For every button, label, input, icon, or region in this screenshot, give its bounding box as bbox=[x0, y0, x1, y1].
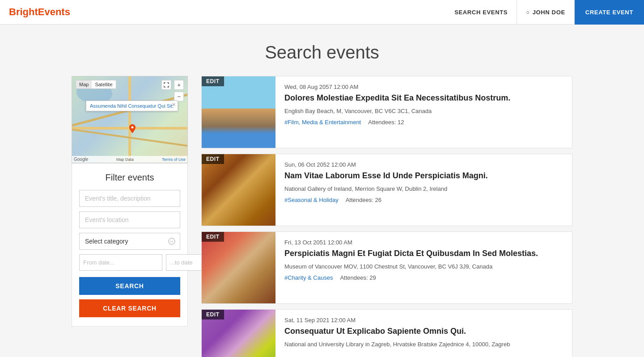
map-zoom-controls: + − bbox=[174, 80, 184, 101]
clear-search-button[interactable]: CLEAR SEARCH bbox=[79, 299, 180, 317]
event-card: EDIT Fri, 13 Oct 2051 12:00 AM Perspicia… bbox=[201, 231, 572, 304]
search-events-link[interactable]: SEARCH EVENTS bbox=[445, 0, 517, 24]
map-zoom-in[interactable]: + bbox=[174, 80, 184, 90]
map-terms-label[interactable]: Terms of Use bbox=[162, 157, 186, 162]
user-profile-link[interactable]: ○ JOHN DOE bbox=[517, 0, 575, 24]
event-image-wrap: EDIT bbox=[202, 154, 275, 226]
edit-badge[interactable]: EDIT bbox=[202, 310, 224, 319]
map-background: Map Satellite + − Assumenda Nihil Conseq… bbox=[72, 76, 187, 163]
map-google-logo: Google bbox=[74, 157, 88, 162]
map-pin[interactable] bbox=[128, 124, 136, 135]
event-info: Wed, 08 Aug 2057 12:00 AM Dolores Molest… bbox=[275, 76, 572, 148]
event-category[interactable]: #Seasonal & Holiday bbox=[284, 197, 339, 203]
filter-title: Filter events bbox=[79, 172, 180, 183]
map-tooltip: Assumenda Nihil Consequatur Qui Sit. ✕ bbox=[86, 101, 178, 111]
map-type-map[interactable]: Map bbox=[76, 80, 92, 88]
event-info: Sun, 06 Oct 2052 12:00 AM Nam Vitae Labo… bbox=[275, 154, 572, 226]
event-location: National Gallery of Ireland, Merrion Squ… bbox=[284, 185, 563, 192]
title-search-input[interactable] bbox=[79, 190, 180, 207]
event-category[interactable]: #Film, Media & Entertainment bbox=[284, 119, 361, 126]
event-attendees: Attendees: 26 bbox=[346, 197, 381, 203]
event-meta: #Film, Media & Entertainment Attendees: … bbox=[284, 119, 563, 126]
edit-badge[interactable]: EDIT bbox=[202, 76, 224, 86]
event-image bbox=[202, 76, 275, 148]
location-search-input[interactable] bbox=[79, 211, 180, 228]
event-title: Consequatur Ut Explicabo Sapiente Omnis … bbox=[284, 326, 563, 336]
map-expand-button[interactable] bbox=[161, 80, 171, 90]
event-location: English Bay Beach, M, Vancouver, BC V6C … bbox=[284, 108, 563, 114]
event-location: Museum of Vancouver MOV, 1100 Chestnut S… bbox=[284, 263, 563, 270]
map-tooltip-text: Assumenda Nihil Consequatur Qui Sit. bbox=[90, 103, 174, 109]
event-image bbox=[202, 232, 275, 303]
event-meta: #Seasonal & Holiday Attendees: 26 bbox=[284, 197, 563, 203]
map-zoom-out[interactable]: − bbox=[174, 92, 184, 101]
date-range-row bbox=[79, 254, 180, 271]
edit-badge[interactable]: EDIT bbox=[202, 154, 224, 164]
from-date-input[interactable] bbox=[79, 254, 162, 271]
map-container: Map Satellite + − Assumenda Nihil Conseq… bbox=[72, 76, 188, 163]
event-attendees: Attendees: 12 bbox=[368, 119, 404, 126]
event-image bbox=[202, 154, 275, 226]
category-select[interactable]: Select category Film, Media & Entertainm… bbox=[79, 233, 180, 250]
map-tooltip-close[interactable]: ✕ bbox=[172, 102, 176, 108]
event-category[interactable]: #Charity & Causes bbox=[284, 274, 333, 281]
map-road-3 bbox=[128, 76, 131, 163]
event-image-wrap: EDIT bbox=[202, 76, 275, 148]
filter-section: Filter events Select category Film, Medi… bbox=[72, 163, 188, 327]
event-date: Fri, 13 Oct 2051 12:00 AM bbox=[284, 239, 563, 246]
events-list: EDIT Wed, 08 Aug 2057 12:00 AM Dolores M… bbox=[201, 76, 572, 357]
main-layout: Map Satellite + − Assumenda Nihil Conseq… bbox=[36, 76, 608, 357]
map-data-label: Map Data bbox=[116, 157, 134, 162]
event-title: Dolores Molestiae Expedita Sit Ea Necess… bbox=[284, 93, 563, 103]
event-date: Sat, 11 Sep 2021 12:00 AM bbox=[284, 317, 563, 323]
event-card: EDIT Wed, 08 Aug 2057 12:00 AM Dolores M… bbox=[201, 76, 572, 148]
event-card: EDIT Sat, 11 Sep 2021 12:00 AM Consequat… bbox=[201, 309, 572, 357]
user-label: JOHN DOE bbox=[533, 9, 565, 16]
event-title: Perspiciatis Magni Et Fugiat Dicta Et Qu… bbox=[284, 248, 563, 259]
create-event-button[interactable]: CREATE EVENT bbox=[575, 0, 644, 25]
nav-right: SEARCH EVENTS ○ JOHN DOE CREATE EVENT bbox=[445, 0, 644, 24]
page-title: Search events bbox=[9, 42, 635, 63]
event-info: Fri, 13 Oct 2051 12:00 AM Perspiciatis M… bbox=[275, 232, 572, 303]
map-footer: Google Map Data Terms of Use bbox=[72, 156, 187, 163]
event-card: EDIT Sun, 06 Oct 2052 12:00 AM Nam Vitae… bbox=[201, 154, 572, 226]
event-info: Sat, 11 Sep 2021 12:00 AM Consequatur Ut… bbox=[275, 310, 572, 357]
event-title: Nam Vitae Laborum Esse Id Unde Perspicia… bbox=[284, 171, 563, 181]
page-title-section: Search events bbox=[0, 25, 644, 76]
search-button[interactable]: SEARCH bbox=[79, 277, 180, 295]
event-date: Sun, 06 Oct 2052 12:00 AM bbox=[284, 161, 563, 168]
map-type-bar: Map Satellite bbox=[76, 80, 116, 89]
event-image-wrap: EDIT bbox=[202, 232, 275, 303]
event-location: National and University Library in Zagre… bbox=[284, 341, 563, 348]
event-date: Wed, 08 Aug 2057 12:00 AM bbox=[284, 84, 563, 90]
brand-logo[interactable]: BrightEvents bbox=[9, 6, 70, 18]
event-image-wrap: EDIT bbox=[202, 310, 275, 357]
event-attendees: Attendees: 29 bbox=[340, 274, 376, 281]
event-meta: #Charity & Causes Attendees: 29 bbox=[284, 274, 563, 281]
user-icon: ○ bbox=[526, 9, 530, 16]
sidebar: Map Satellite + − Assumenda Nihil Conseq… bbox=[72, 76, 188, 327]
edit-badge[interactable]: EDIT bbox=[202, 232, 224, 242]
navbar: BrightEvents SEARCH EVENTS ○ JOHN DOE CR… bbox=[0, 0, 644, 25]
svg-point-0 bbox=[131, 126, 134, 129]
map-type-satellite[interactable]: Satellite bbox=[92, 80, 115, 88]
